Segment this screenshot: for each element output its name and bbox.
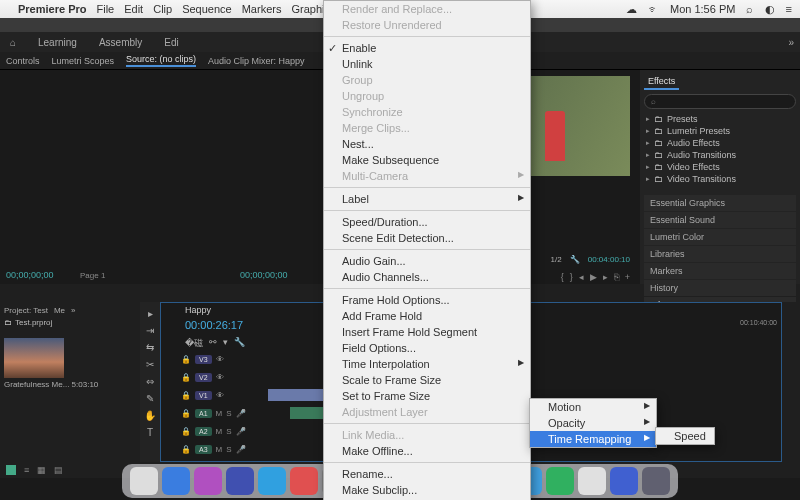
selection-tool[interactable]: ▸ — [148, 308, 153, 319]
linked-sel-icon[interactable]: ⚯ — [209, 337, 217, 350]
show-keyframes-submenu[interactable]: Motion▶Opacity▶Time Remapping▶ — [529, 398, 657, 448]
dock-app-icon[interactable] — [130, 467, 158, 495]
menu-item[interactable]: Motion▶ — [530, 399, 656, 415]
dock-app-icon[interactable] — [610, 467, 638, 495]
effects-folder[interactable]: ▸🗀Audio Transitions — [644, 149, 796, 161]
siri-icon[interactable]: ◐ — [765, 3, 775, 15]
menu-sequence[interactable]: Sequence — [182, 3, 232, 15]
menu-item[interactable]: Speed/Duration... — [324, 214, 530, 230]
ws-assembly[interactable]: Assembly — [95, 35, 146, 50]
ws-overflow[interactable]: » — [788, 37, 794, 48]
menu-item[interactable]: Make Subclip... — [324, 482, 530, 498]
list-view-icon[interactable]: ≡ — [24, 465, 29, 475]
tab-overflow[interactable]: » — [71, 306, 75, 315]
effects-folder[interactable]: ▸🗀Audio Effects — [644, 137, 796, 149]
menu-item[interactable]: Scene Edit Detection... — [324, 230, 530, 246]
panel-tab[interactable]: History — [644, 280, 796, 296]
menu-item[interactable]: Time Interpolation▶ — [324, 356, 530, 372]
dock-app-icon[interactable] — [290, 467, 318, 495]
dock-app-icon[interactable] — [642, 467, 670, 495]
export-frame-button[interactable]: ⎘ — [614, 272, 619, 282]
effects-folder[interactable]: ▸🗀Video Transitions — [644, 173, 796, 185]
menu-item[interactable]: Audio Channels... — [324, 269, 530, 285]
menu-item[interactable]: Audio Gain... — [324, 253, 530, 269]
panel-tab[interactable]: Libraries — [644, 246, 796, 262]
add-button[interactable]: + — [625, 272, 630, 282]
menu-item[interactable]: Scale to Frame Size — [324, 372, 530, 388]
menu-item[interactable]: Field Options... — [324, 340, 530, 356]
track-select-tool[interactable]: ⇥ — [146, 325, 154, 336]
menu-item[interactable]: ✓Enable — [324, 40, 530, 56]
panel-tab[interactable]: Essential Graphics — [644, 195, 796, 211]
snap-icon[interactable]: �磁 — [185, 337, 203, 350]
source-page[interactable]: Page 1 — [80, 271, 105, 280]
play-button[interactable]: ▶ — [590, 272, 597, 282]
bin-name[interactable]: Test.prproj — [15, 318, 52, 327]
search-icon[interactable]: ⌕ — [746, 3, 753, 15]
dock-app-icon[interactable] — [578, 467, 606, 495]
freeform-view-icon[interactable]: ▤ — [54, 465, 63, 475]
step-back-button[interactable]: ◂ — [579, 272, 584, 282]
razor-tool[interactable]: ✂ — [146, 359, 154, 370]
clock[interactable]: Mon 1:56 PM — [670, 3, 735, 15]
menu-item[interactable]: Rename... — [324, 466, 530, 482]
clip-thumbnail[interactable] — [4, 338, 64, 378]
timeline-playhead-tc[interactable]: 00:00:26:17 — [185, 319, 243, 331]
menu-markers[interactable]: Markers — [242, 3, 282, 15]
mark-in-button[interactable]: { — [561, 272, 564, 282]
tab-effect-controls[interactable]: Controls — [6, 56, 40, 66]
effects-folder[interactable]: ▸🗀Video Effects — [644, 161, 796, 173]
dock-app-icon[interactable] — [162, 467, 190, 495]
mark-out-button[interactable]: } — [570, 272, 573, 282]
menu-item[interactable]: Add Frame Hold — [324, 308, 530, 324]
menu-item[interactable]: Set to Frame Size — [324, 388, 530, 404]
program-zoom[interactable]: 1/2 — [551, 255, 562, 264]
icon-view-icon[interactable]: ▦ — [37, 465, 46, 475]
menu-edit[interactable]: Edit — [124, 3, 143, 15]
wifi-icon[interactable]: ᯤ — [648, 3, 659, 15]
step-fwd-button[interactable]: ▸ — [603, 272, 608, 282]
tray-icon[interactable]: ☁ — [626, 3, 637, 15]
tab-lumetri-scopes[interactable]: Lumetri Scopes — [52, 56, 115, 66]
effects-folder[interactable]: ▸🗀Lumetri Presets — [644, 125, 796, 137]
color-swatch[interactable] — [6, 465, 16, 475]
menu-item[interactable]: Insert Frame Hold Segment — [324, 324, 530, 340]
notifications-icon[interactable]: ≡ — [786, 3, 792, 15]
panel-tab[interactable]: Markers — [644, 263, 796, 279]
panel-tab[interactable]: Essential Sound — [644, 212, 796, 228]
menu-clip[interactable]: Clip — [153, 3, 172, 15]
settings-icon[interactable]: 🔧 — [234, 337, 245, 350]
clip-context-menu[interactable]: Render and Replace...Restore Unrendered✓… — [323, 0, 531, 500]
type-tool[interactable]: T — [147, 427, 153, 438]
tab-media[interactable]: Me — [54, 306, 65, 315]
home-icon[interactable]: ⌂ — [6, 37, 20, 48]
wrench-icon[interactable]: 🔧 — [570, 255, 580, 264]
menu-item[interactable]: Label▶ — [324, 191, 530, 207]
menu-item[interactable]: Nest... — [324, 136, 530, 152]
dock-app-icon[interactable] — [546, 467, 574, 495]
menu-item[interactable]: Make Subsequence — [324, 152, 530, 168]
menu-item[interactable]: Speed — [656, 428, 714, 444]
dock-app-icon[interactable] — [258, 467, 286, 495]
ws-learning[interactable]: Learning — [34, 35, 81, 50]
time-remapping-submenu[interactable]: Speed — [655, 427, 715, 445]
ws-editing[interactable]: Edi — [160, 35, 182, 50]
tab-audio-mixer[interactable]: Audio Clip Mixer: Happy — [208, 56, 305, 66]
effects-folder[interactable]: ▸🗀Presets — [644, 113, 796, 125]
dock-app-icon[interactable] — [226, 467, 254, 495]
app-name[interactable]: Premiere Pro — [18, 3, 86, 15]
menu-item[interactable]: Make Offline... — [324, 443, 530, 459]
menu-item[interactable]: Time Remapping▶ — [530, 431, 656, 447]
pen-tool[interactable]: ✎ — [146, 393, 154, 404]
clip-name[interactable]: Gratefulness Me... — [4, 380, 69, 389]
effects-header[interactable]: Effects — [644, 74, 679, 90]
ripple-tool[interactable]: ⇆ — [146, 342, 154, 353]
tab-source[interactable]: Source: (no clips) — [126, 54, 196, 67]
menu-item[interactable]: Opacity▶ — [530, 415, 656, 431]
slip-tool[interactable]: ⇔ — [146, 376, 154, 387]
menu-item[interactable]: Frame Hold Options... — [324, 292, 530, 308]
menu-file[interactable]: File — [96, 3, 114, 15]
hand-tool[interactable]: ✋ — [144, 410, 156, 421]
dock-app-icon[interactable] — [194, 467, 222, 495]
panel-tab[interactable]: Lumetri Color — [644, 229, 796, 245]
